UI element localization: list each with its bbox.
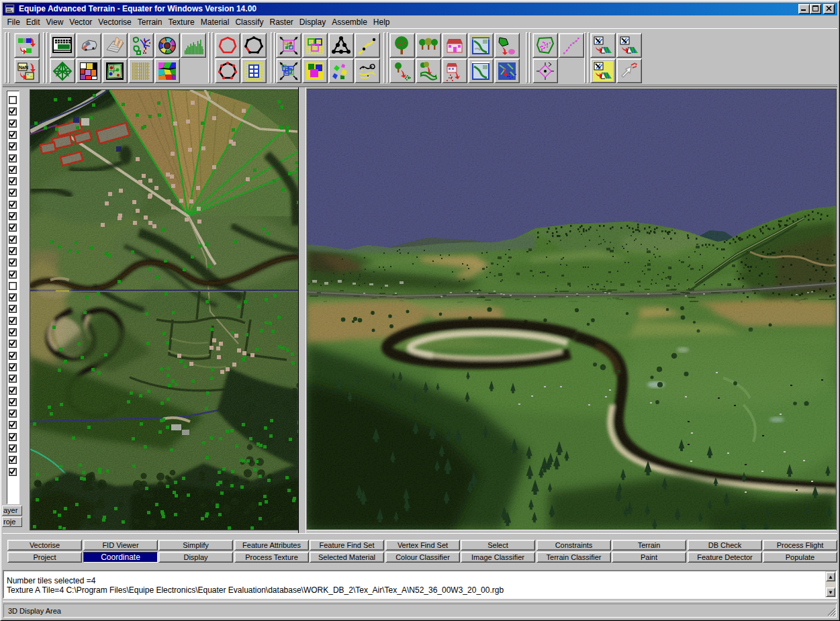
svg-text:NaN: NaN <box>19 65 28 70</box>
